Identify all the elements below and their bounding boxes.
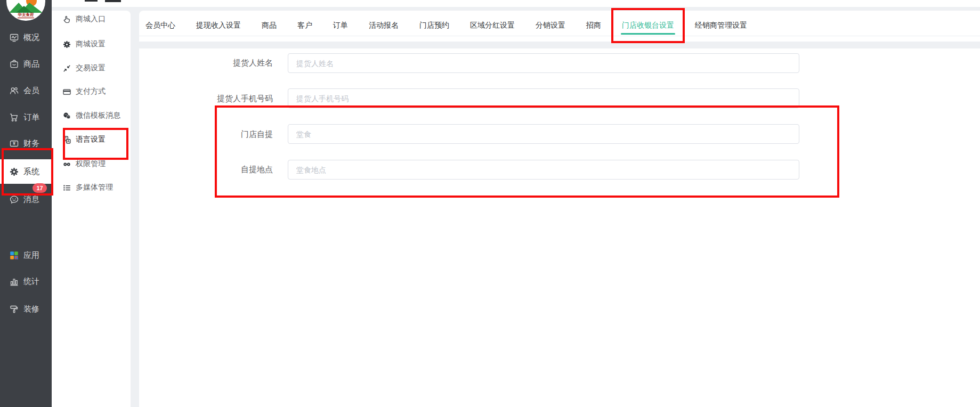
settings-tab-bar: 会员中心 提现收入设置 商品 客户 订单 活动报名 门店预约 区域分红设置 分销… bbox=[139, 11, 980, 42]
svg-text:A: A bbox=[67, 140, 70, 143]
list-icon bbox=[63, 184, 71, 192]
sidebar-item-members[interactable]: 会员 bbox=[0, 79, 52, 102]
sidebar-item-label: 会员 bbox=[23, 86, 39, 96]
submenu-item-permission-management[interactable]: 权限管理 bbox=[63, 158, 106, 170]
tab-customers[interactable]: 客户 bbox=[297, 20, 312, 30]
tab-investment[interactable]: 招商 bbox=[586, 20, 601, 30]
header-cutoff-fragment bbox=[85, 0, 98, 2]
picker-name-label: 提货人姓名 bbox=[172, 58, 273, 68]
submenu-item-label: 多媒体管理 bbox=[76, 183, 113, 192]
gear-icon bbox=[63, 40, 71, 48]
translate-icon: A bbox=[63, 136, 71, 144]
finance-icon: ¥ bbox=[10, 139, 19, 148]
submenu-item-label: 交易设置 bbox=[76, 63, 106, 73]
header-cutoff-fragment bbox=[105, 0, 121, 2]
tab-distribution-settings[interactable]: 分销设置 bbox=[536, 20, 565, 30]
gear-icon bbox=[10, 167, 19, 176]
pickup-location-label: 自提地点 bbox=[172, 164, 273, 175]
submenu-item-mall-entry[interactable]: 商城入口 bbox=[63, 13, 106, 25]
sidebar-item-orders[interactable]: 订单 bbox=[0, 106, 52, 128]
wechat-icon bbox=[63, 112, 71, 120]
submenu-item-label: 微信模板消息 bbox=[76, 111, 120, 120]
store-pickup-input[interactable] bbox=[288, 124, 799, 144]
sidebar-item-label: 统计 bbox=[23, 276, 39, 287]
paint-roller-icon bbox=[10, 305, 19, 314]
tab-member-center[interactable]: 会员中心 bbox=[145, 20, 175, 30]
tab-dealer-management-settings[interactable]: 经销商管理设置 bbox=[695, 20, 747, 30]
sidebar-item-label: 订单 bbox=[23, 112, 39, 123]
sidebar-item-label: 消息 bbox=[23, 194, 39, 205]
secondary-sidebar: 商城入口 商城设置 交易设置 支付方式 bbox=[52, 11, 131, 407]
tabs-row: 会员中心 提现收入设置 商品 客户 订单 活动报名 门店预约 区域分红设置 分销… bbox=[145, 20, 747, 30]
sidebar-item-system[interactable]: 系统 bbox=[0, 159, 52, 184]
sidebar-item-label: 概况 bbox=[23, 32, 39, 43]
submenu-item-label: 语言设置 bbox=[76, 135, 106, 144]
tabs-divider bbox=[139, 36, 980, 36]
sidebar-item-finance[interactable]: ¥ 财务 bbox=[0, 132, 52, 154]
tab-store-reservation[interactable]: 门店预约 bbox=[419, 20, 449, 30]
dashboard-icon bbox=[10, 33, 19, 42]
members-icon bbox=[10, 86, 19, 95]
picker-phone-label: 提货人手机号码 bbox=[172, 93, 273, 104]
permission-link-icon bbox=[63, 160, 71, 168]
tab-orders[interactable]: 订单 bbox=[333, 20, 348, 30]
pickup-location-input[interactable] bbox=[288, 160, 799, 180]
store-cashier-settings-form: 提货人姓名 提货人手机号码 门店自提 自提地点 bbox=[139, 48, 980, 407]
bar-chart-icon bbox=[10, 277, 19, 286]
sidebar-item-label: 系统 bbox=[23, 167, 39, 177]
submenu-item-label: 商城入口 bbox=[76, 14, 106, 24]
trade-arrows-icon bbox=[63, 64, 71, 72]
submenu-item-label: 权限管理 bbox=[76, 159, 106, 169]
sidebar-item-stats[interactable]: 统计 bbox=[0, 270, 52, 292]
picker-phone-input[interactable] bbox=[288, 88, 799, 108]
svg-text:¥: ¥ bbox=[13, 141, 15, 146]
system-badge: 17 bbox=[33, 183, 47, 193]
sidebar-item-label: 财务 bbox=[23, 139, 39, 149]
submenu-item-payment-methods[interactable]: 支付方式 bbox=[63, 86, 106, 97]
primary-sidebar: 华太食府 概况 商品 会员 bbox=[0, 0, 52, 407]
tab-store-cashier-settings[interactable]: 门店收银台设置 bbox=[622, 20, 674, 30]
header-gap bbox=[52, 7, 980, 11]
sidebar-item-label: 商品 bbox=[23, 59, 39, 69]
submenu-item-wechat-template[interactable]: 微信模板消息 bbox=[63, 110, 120, 121]
apps-grid-icon bbox=[10, 251, 19, 260]
credit-card-icon bbox=[63, 88, 71, 96]
tab-activity-signup[interactable]: 活动报名 bbox=[369, 20, 399, 30]
pointer-hand-icon bbox=[63, 15, 71, 23]
message-bubble-icon bbox=[10, 195, 19, 204]
submenu-item-label: 支付方式 bbox=[76, 87, 106, 96]
tab-withdraw-income-settings[interactable]: 提现收入设置 bbox=[196, 20, 241, 30]
submenu-item-language-settings[interactable]: A 语言设置 bbox=[63, 134, 106, 145]
brand-logo: 华太食府 bbox=[6, 0, 45, 21]
sidebar-item-label: 应用 bbox=[23, 250, 39, 261]
goods-bag-icon bbox=[10, 60, 19, 69]
sidebar-item-overview[interactable]: 概况 bbox=[0, 26, 52, 48]
store-pickup-label: 门店自提 bbox=[172, 129, 273, 140]
picker-name-input[interactable] bbox=[288, 53, 799, 73]
submenu-item-trade-settings[interactable]: 交易设置 bbox=[63, 62, 106, 74]
logo-text: 华太食府 bbox=[18, 12, 35, 17]
top-header-strip bbox=[52, 0, 980, 7]
submenu-item-mall-settings[interactable]: 商城设置 bbox=[63, 38, 106, 50]
sidebar-item-goods[interactable]: 商品 bbox=[0, 53, 52, 75]
sidebar-item-label: 装修 bbox=[23, 304, 39, 314]
tab-goods[interactable]: 商品 bbox=[262, 20, 277, 30]
tab-region-dividend-settings[interactable]: 区域分红设置 bbox=[470, 20, 515, 30]
cart-icon bbox=[10, 113, 19, 122]
sidebar-item-decorate[interactable]: 装修 bbox=[0, 298, 52, 320]
submenu-item-media-management[interactable]: 多媒体管理 bbox=[63, 182, 113, 193]
submenu-item-label: 商城设置 bbox=[76, 39, 106, 49]
sidebar-item-apps[interactable]: 应用 bbox=[0, 244, 52, 266]
